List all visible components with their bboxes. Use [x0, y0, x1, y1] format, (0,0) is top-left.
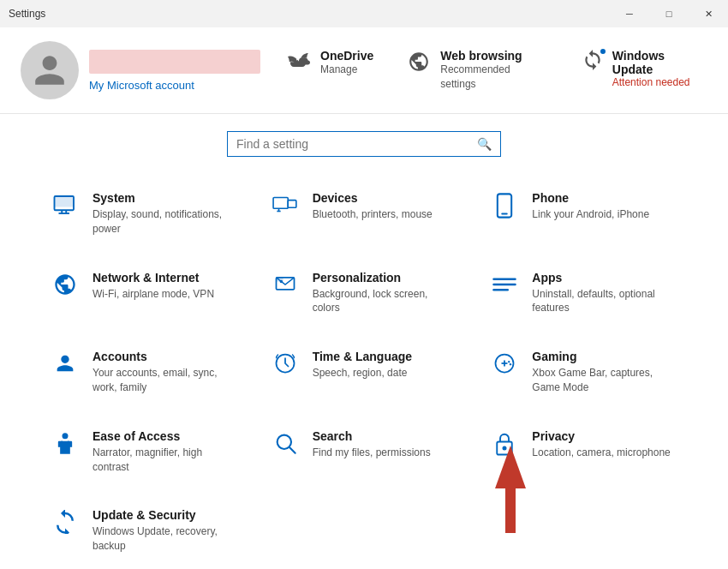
personalization-icon [272, 273, 299, 302]
network-text: Network & Internet Wi-Fi, airplane mode,… [92, 271, 214, 302]
time-icon [272, 351, 299, 381]
update-text: Update & Security Windows Update, recove… [92, 508, 237, 554]
devices-icon [272, 193, 299, 223]
onedrive-title: OneDrive [320, 49, 373, 63]
search-box: 🔍 [227, 131, 501, 157]
svg-point-26 [503, 446, 507, 450]
user-name-bar [89, 50, 260, 74]
system-subtitle: Display, sound, notifications, power [92, 207, 237, 237]
privacy-text: Privacy Location, camera, microphone [532, 429, 670, 460]
privacy-subtitle: Location, camera, microphone [532, 446, 670, 460]
search-input[interactable] [236, 137, 477, 151]
search-section: 🔍 [0, 114, 728, 165]
settings-item-privacy[interactable]: Privacy Location, camera, microphone [474, 412, 694, 492]
web-browsing-text: Web browsing Recommended settings [440, 49, 547, 92]
minimize-button[interactable]: ─ [610, 0, 649, 27]
devices-text: Devices Bluetooth, printers, mouse [313, 191, 433, 222]
settings-item-apps[interactable]: Apps Uninstall, defaults, optional featu… [474, 254, 694, 333]
update-title: Update & Security [92, 508, 237, 522]
svg-rect-16 [493, 289, 510, 291]
svg-rect-1 [55, 196, 75, 207]
gaming-text: Gaming Xbox Game Bar, captures, Game Mod… [532, 350, 677, 395]
ease-subtitle: Narrator, magnifier, high contrast [92, 446, 237, 475]
network-subtitle: Wi-Fi, airplane mode, VPN [92, 287, 214, 302]
personalization-subtitle: Background, lock screen, colors [313, 287, 457, 316]
settings-item-search[interactable]: Search Find my files, permissions [254, 412, 474, 492]
settings-item-network[interactable]: Network & Internet Wi-Fi, airplane mode,… [34, 254, 254, 333]
main-window: My Microsoft account OneDrive Manage [0, 27, 728, 569]
settings-item-phone[interactable]: Phone Link your Android, iPhone [474, 174, 694, 254]
avatar [21, 41, 79, 99]
svg-rect-14 [493, 278, 517, 280]
search-setting-subtitle: Find my files, permissions [313, 446, 431, 460]
svg-rect-13 [276, 277, 283, 281]
time-title: Time & Language [313, 350, 412, 363]
microsoft-account-link[interactable]: My Microsoft account [89, 79, 260, 92]
maximize-button[interactable]: □ [649, 0, 689, 27]
svg-rect-15 [493, 283, 517, 285]
apps-subtitle: Uninstall, defaults, optional features [532, 287, 677, 316]
windows-update-attention: Attention needed [612, 76, 707, 88]
window-controls: ─ □ ✕ [610, 0, 728, 27]
svg-point-22 [510, 363, 511, 365]
update-notification-dot [599, 47, 607, 56]
web-browsing-title: Web browsing [440, 49, 547, 63]
windows-update-icon-wrap [582, 49, 604, 76]
settings-item-accounts[interactable]: Accounts Your accounts, email, sync, wor… [34, 332, 254, 412]
app-title: Settings [9, 8, 45, 20]
ease-text: Ease of Access Narrator, magnifier, high… [92, 429, 237, 475]
settings-item-ease[interactable]: Ease of Access Narrator, magnifier, high… [34, 412, 254, 492]
onedrive-icon [288, 51, 310, 75]
onedrive-subtitle: Manage [320, 63, 373, 77]
privacy-title: Privacy [532, 429, 670, 443]
network-icon [51, 273, 79, 302]
update-subtitle: Windows Update, recovery, backup [92, 524, 237, 554]
gaming-subtitle: Xbox Game Bar, captures, Game Mode [532, 366, 677, 395]
windows-update-text: Windows Update Attention needed [612, 49, 707, 88]
search-setting-title: Search [313, 429, 431, 443]
phone-subtitle: Link your Android, iPhone [532, 207, 649, 222]
settings-item-personalization[interactable]: Personalization Background, lock screen,… [254, 254, 474, 333]
apps-text: Apps Uninstall, defaults, optional featu… [532, 271, 677, 316]
update-icon [51, 510, 79, 540]
quick-links: OneDrive Manage Web browsing Recommended… [288, 49, 707, 92]
settings-item-update[interactable]: Update & Security Windows Update, recove… [34, 491, 254, 569]
close-button[interactable]: ✕ [689, 0, 728, 27]
personalization-text: Personalization Background, lock screen,… [313, 271, 457, 316]
search-setting-icon [272, 431, 299, 461]
titlebar: Settings ─ □ ✕ [0, 0, 728, 27]
gaming-title: Gaming [532, 350, 677, 363]
accounts-title: Accounts [92, 350, 237, 363]
personalization-title: Personalization [313, 271, 457, 284]
settings-item-devices[interactable]: Devices Bluetooth, printers, mouse [254, 174, 474, 254]
onedrive-link[interactable]: OneDrive Manage [288, 49, 373, 92]
onedrive-text: OneDrive Manage [320, 49, 373, 77]
phone-title: Phone [532, 191, 649, 205]
settings-item-system[interactable]: System Display, sound, notifications, po… [34, 174, 254, 254]
apps-title: Apps [532, 271, 677, 284]
gaming-icon [491, 351, 518, 381]
accounts-text: Accounts Your accounts, email, sync, wor… [92, 350, 237, 395]
user-info: My Microsoft account [89, 50, 260, 92]
search-setting-text: Search Find my files, permissions [313, 429, 431, 460]
web-browsing-subtitle: Recommended settings [440, 63, 547, 92]
search-icon[interactable]: 🔍 [477, 137, 492, 151]
web-browsing-icon [408, 51, 430, 78]
devices-title: Devices [313, 191, 433, 205]
windows-update-link[interactable]: Windows Update Attention needed [582, 49, 707, 92]
settings-item-time[interactable]: Time & Language Speech, region, date [254, 332, 474, 412]
svg-rect-6 [288, 201, 296, 208]
time-text: Time & Language Speech, region, date [313, 350, 412, 380]
system-text: System Display, sound, notifications, po… [92, 191, 237, 237]
privacy-icon [491, 431, 518, 463]
accounts-icon [51, 351, 79, 381]
devices-subtitle: Bluetooth, printers, mouse [313, 207, 433, 222]
time-subtitle: Speech, region, date [313, 366, 412, 380]
system-title: System [92, 191, 237, 205]
user-avatar-icon [32, 52, 68, 88]
web-browsing-link[interactable]: Web browsing Recommended settings [408, 49, 547, 92]
settings-item-gaming[interactable]: Gaming Xbox Game Bar, captures, Game Mod… [474, 332, 694, 412]
svg-line-24 [289, 447, 295, 452]
svg-point-21 [508, 361, 510, 362]
system-icon [51, 193, 79, 223]
